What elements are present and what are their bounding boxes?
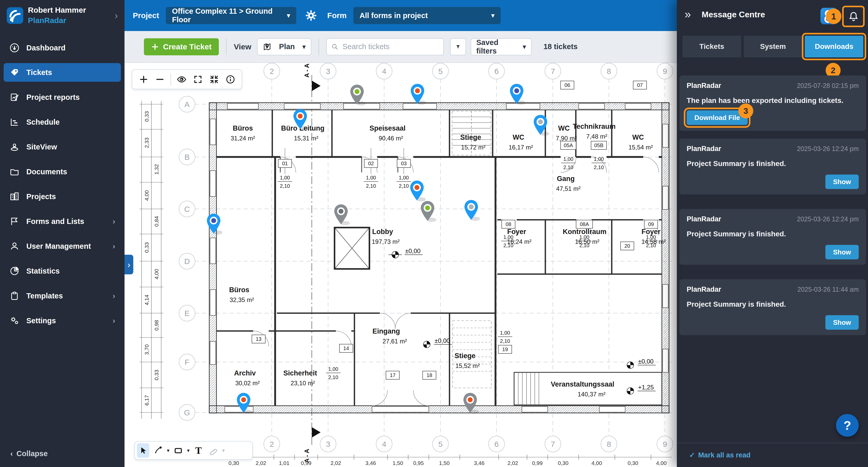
svg-text:1,00: 1,00 [580,234,590,240]
ticket-pin[interactable] [410,180,426,201]
chevron-right-icon: › [113,217,115,226]
show-button[interactable]: Show [826,315,859,330]
ticket-pins[interactable] [207,84,549,414]
ticket-count: 18 tickets [544,42,578,51]
gear-icon [305,9,317,22]
search-input[interactable] [342,42,439,51]
project-settings-gear[interactable] [305,9,317,22]
svg-text:Veranstaltungssaal: Veranstaltungssaal [551,380,614,388]
sidebar-item-label: Projects [26,193,56,201]
svg-text:07: 07 [637,82,643,88]
ticket-pin[interactable] [464,200,480,221]
info-button[interactable] [225,74,236,85]
svg-text:7: 7 [551,67,555,76]
ticket-pin[interactable] [334,204,350,225]
svg-text:0,99: 0,99 [532,460,543,466]
svg-text:2,02: 2,02 [331,460,341,466]
folder-icon [9,167,20,177]
show-button[interactable]: Show [826,175,859,189]
ticket-pin[interactable] [510,84,525,105]
panel-collapse-icon[interactable]: » [685,8,691,21]
zoom-out-button[interactable] [154,74,165,85]
sidebar-item-forms-and-lists[interactable]: Forms and Lists › [4,212,121,231]
sidebar-collapse-button[interactable]: ‹ Collapse [10,449,48,458]
svg-text:1,00: 1,00 [646,234,656,240]
ticket-pin[interactable] [421,201,436,222]
svg-text:0,33: 0,33 [144,111,150,122]
view-selector[interactable]: Plan ▾ [257,38,311,55]
svg-text:3: 3 [326,440,331,448]
svg-text:6: 6 [494,440,499,448]
select-cursor-tool[interactable] [137,443,149,458]
zoom-in-button[interactable] [138,74,149,85]
pen-tool[interactable] [152,443,164,458]
tab-downloads[interactable]: Downloads [805,36,863,57]
svg-text:0,33: 0,33 [144,242,150,253]
tab-tickets[interactable]: Tickets [683,36,741,57]
svg-text:32,35 m²: 32,35 m² [230,296,254,303]
svg-text:15,52 m²: 15,52 m² [456,362,480,369]
svg-text:0,33: 0,33 [153,370,159,380]
sidebar-item-statistics[interactable]: Statistics [4,262,121,280]
step-number: 1 [831,11,836,22]
text-tool[interactable]: T [192,443,205,458]
svg-text:03: 03 [401,160,407,166]
floor-plan: A - A A - A 2 3 4 5 6 7 8 9 2 3 4 5 6 7 [125,63,677,467]
svg-text:Büros: Büros [233,124,253,132]
saved-filters-dropdown[interactable]: Saved filters ▾ [471,38,532,55]
form-label: Form [327,11,347,20]
account-switcher[interactable]: Robert Hammer PlanRadar › [0,0,125,34]
svg-text:WC: WC [513,134,524,141]
shape-tool[interactable] [172,443,184,458]
ticket-pin[interactable] [534,115,549,136]
sidebar-item-templates[interactable]: Templates › [4,287,121,305]
svg-text:14: 14 [343,346,349,351]
svg-text:0,95: 0,95 [413,460,424,466]
visibility-eye-button[interactable] [176,74,187,85]
sidebar-item-dashboard[interactable]: Dashboard [4,38,121,57]
chevron-down-icon[interactable]: ▾ [187,447,190,454]
svg-text:1,01: 1,01 [279,460,289,466]
fit-to-screen-button[interactable] [209,74,220,85]
svg-text:4,00: 4,00 [656,460,667,466]
chevron-down-icon[interactable]: ▾ [167,447,169,454]
view-label: View [234,42,251,51]
check-icon: ✓ [689,451,695,459]
sidebar-item-documents[interactable]: Documents [4,163,121,181]
section-line: A - A A - A [303,64,320,463]
project-selector[interactable]: Office Complex 11 > Ground Floor ▾ [166,7,296,24]
mark-all-read-link[interactable]: ✓ Mark all as read [677,443,868,467]
ticket-pin[interactable] [411,84,426,105]
sidebar-item-user-management[interactable]: User Management › [4,237,121,256]
divider [318,38,319,55]
sidebar-item-tickets[interactable]: Tickets [4,63,121,82]
fullscreen-button[interactable] [192,74,204,85]
svg-text:23,10 m²: 23,10 m² [291,380,315,386]
svg-text:90,46 m²: 90,46 m² [379,135,403,142]
help-button[interactable]: ? [836,414,859,437]
svg-text:09: 09 [648,221,654,227]
report-pen-icon [9,92,20,103]
sidebar-item-projects[interactable]: Projects [4,187,121,206]
notifications-bell-button[interactable] [842,6,865,27]
saved-filters-label: Saved filters [476,38,519,55]
form-selector[interactable]: All forms in project ▾ [353,7,501,24]
svg-text:2,10: 2,10 [563,165,574,170]
svg-text:D: D [184,257,190,266]
notification-time: 2025-07-28 02:15 pm [797,82,859,89]
create-ticket-button[interactable]: Create Ticket [144,38,219,55]
sidebar-item-project-reports[interactable]: Project reports [4,88,121,107]
plan-viewport[interactable]: A - A A - A 2 3 4 5 6 7 8 9 2 3 4 5 6 7 [125,63,677,467]
show-button[interactable]: Show [826,245,859,259]
svg-text:7: 7 [551,440,555,448]
sidebar-item-schedule[interactable]: Schedule [4,113,121,132]
filter-button[interactable] [450,38,466,55]
svg-text:2,10: 2,10 [328,374,338,380]
svg-text:9: 9 [663,67,667,76]
sidebar-item-siteview[interactable]: SiteView [4,138,121,156]
sidebar-item-settings[interactable]: Settings › [4,311,121,330]
tab-system[interactable]: System [744,36,802,57]
panel-expander-button[interactable]: › [125,255,133,274]
search-icon [332,43,338,51]
dimension-strip-left: 0,33 2,33 1,32 4,00 0,84 0,33 4,00 4,14 … [140,101,163,419]
